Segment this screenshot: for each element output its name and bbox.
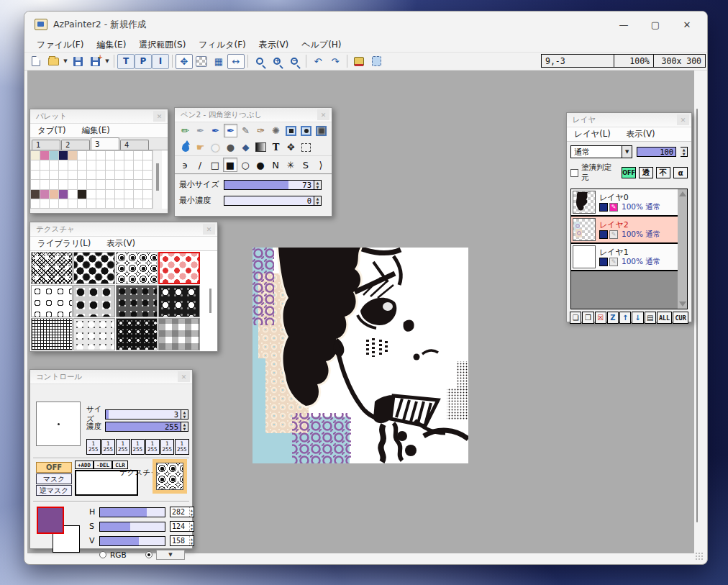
texture-swatch[interactable] [31,252,73,284]
dot-circle-tool[interactable] [299,124,313,137]
palette-cell[interactable] [96,151,106,160]
layer-row-0[interactable]: レイヤ0 ✎ 100% 通常 [571,189,678,217]
palette-cell[interactable] [143,171,153,180]
palette-cell[interactable] [40,180,50,189]
preset-button[interactable]: 1255 [175,439,189,455]
texture-swatch[interactable] [116,318,158,350]
toggle-pen-window-button[interactable]: P [135,54,152,69]
palette-cell[interactable] [106,160,115,170]
texture-swatch-selected[interactable] [158,252,200,284]
layer-row-1-selected[interactable]: レイヤ2 ✎ 100% 通常 [571,217,678,244]
palette-cell[interactable] [78,180,87,189]
move-tool[interactable]: ✥ [284,140,298,154]
zoom-out-button[interactable]: − [286,54,303,69]
texture-swatch[interactable] [73,318,115,350]
scroll-up-icon[interactable] [679,191,686,196]
min-size-slider[interactable]: 73 [224,180,314,190]
maximize-button[interactable]: ▢ [640,13,671,36]
pen1-tool[interactable]: ✒ [194,124,207,137]
control-texture-thumb[interactable] [153,459,187,494]
palette-cell[interactable] [59,151,68,160]
palette-cell[interactable] [87,190,96,199]
grid-button[interactable]: ▦ [210,54,227,69]
menu-file[interactable]: ファイル(F) [30,37,90,53]
water-tool[interactable] [178,140,192,154]
draw-target-icon-inactive[interactable]: ✎ [609,258,618,266]
palette-cell[interactable] [50,180,59,189]
palette-cell[interactable] [78,199,87,209]
minimize-button[interactable]: — [608,13,640,36]
vertical-scrollbar[interactable] [696,109,698,522]
preset-button[interactable]: 1255 [86,439,101,455]
palette-cell[interactable] [143,199,153,209]
palette-cell[interactable] [124,151,134,160]
preset-button[interactable]: 1255 [160,439,175,455]
palette-tab-4[interactable]: 4 [120,140,149,150]
density-slider[interactable]: 255 [105,422,181,432]
merge-layer-button[interactable]: Z [607,312,619,324]
layer-up-button[interactable]: ↑ [619,312,631,324]
palette-cell[interactable] [115,190,124,199]
palette-cell[interactable] [115,151,124,160]
rgb-radio[interactable]: RGB [99,550,127,559]
texture-swatch[interactable] [158,318,200,350]
palette-cell[interactable] [68,171,78,180]
palette-cell[interactable] [31,180,40,189]
scroll-down-icon[interactable] [679,301,686,307]
preset-button[interactable]: 1255 [101,439,116,455]
layer-down-button[interactable]: ↓ [632,312,643,324]
shape-polyline[interactable]: N [268,158,283,172]
shape-ellipse[interactable]: ○ [238,158,252,172]
menu-view[interactable]: 表示(V) [252,37,296,53]
mask-off-button[interactable]: OFF [622,167,636,178]
min-density-spinner[interactable]: ▲▼ [314,196,322,206]
palette-cell[interactable] [31,160,40,170]
canvas[interactable] [252,248,468,463]
min-size-spinner[interactable]: ▲▼ [314,180,322,190]
palette-cell[interactable] [68,199,78,209]
palette-cell[interactable] [68,190,78,199]
palette-cell[interactable] [106,190,115,199]
texture-swatch[interactable] [73,252,115,284]
palette-cell[interactable] [124,180,134,189]
close-button[interactable]: ✕ [671,13,703,36]
palette-cell[interactable] [40,190,50,199]
shape-rect[interactable]: □ [208,158,222,172]
palette-cell[interactable] [59,199,68,209]
min-density-slider[interactable]: 0 [224,196,314,206]
layer-color-swatch[interactable] [599,258,608,266]
palette-cell[interactable] [31,199,40,209]
palette-cell[interactable] [143,151,153,160]
palette-cell[interactable] [134,171,143,180]
draw-target-icon[interactable]: ✎ [609,203,618,212]
palette-cell[interactable] [87,151,96,160]
palette-cell[interactable] [40,160,50,170]
move-canvas-button[interactable]: ✥ [176,54,193,69]
palette-cell[interactable] [134,190,143,199]
eraser-light-tool[interactable]: ● [209,140,222,154]
hue-slider[interactable] [99,507,165,517]
palette-cell[interactable] [96,190,106,199]
layer-all-button[interactable]: ALL [657,312,673,324]
saturation-slider[interactable] [99,522,165,532]
palette-cell[interactable] [59,171,68,180]
palette-cell[interactable] [87,160,96,170]
undo-button[interactable]: ↶ [309,54,327,69]
palette-cell[interactable] [68,151,78,160]
resize-grip[interactable] [695,552,704,561]
palette-cell[interactable] [59,160,68,170]
size-spinner[interactable]: ▲▼ [181,409,188,420]
palette-cell[interactable] [134,160,143,170]
palette-cell[interactable] [59,190,68,199]
texture-menu-library[interactable]: ライブラリ(L) [37,238,91,249]
save-as-dropdown[interactable]: ▼ [104,54,111,69]
palette-cell[interactable] [50,171,59,180]
brush-tool[interactable]: ✑ [254,124,268,137]
palette-cell[interactable] [87,180,96,189]
fit-window-button[interactable]: ↔ [227,54,245,69]
smudge-tool[interactable]: ☛ [194,140,207,154]
copy-layer-button[interactable]: ❐ [582,312,593,324]
mask-add-button[interactable]: +ADD [75,461,94,469]
value-slider[interactable] [99,536,165,546]
fill-judge-checkbox[interactable] [570,169,578,177]
